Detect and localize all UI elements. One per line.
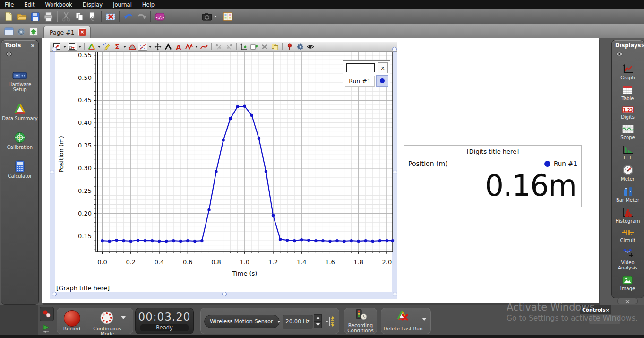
resize-handle-bottom-right[interactable] (393, 292, 397, 296)
graph-legend[interactable]: x Run #1 (343, 60, 390, 87)
displays-item-histogram[interactable]: Histogram (616, 208, 640, 224)
open-file-button[interactable] (15, 10, 28, 23)
resize-handle-mid-left[interactable] (50, 170, 54, 174)
delete-run-dropdown-arrow[interactable] (422, 318, 427, 321)
camera-dropdown-arrow[interactable] (214, 16, 217, 17)
run-display-icon[interactable] (184, 43, 194, 51)
add-axis-icon[interactable] (239, 43, 249, 51)
previous-data-icon[interactable] (214, 43, 223, 51)
highlighter-pen-icon[interactable] (102, 43, 112, 51)
displays-panel-close-icon[interactable]: × (641, 43, 644, 49)
annotation-icon[interactable]: A (174, 43, 183, 51)
resize-handle-bottom-center[interactable] (222, 292, 227, 296)
record-button[interactable] (64, 310, 80, 327)
displays-item-table[interactable]: Table (622, 85, 634, 101)
menu-workbook[interactable]: Workbook (45, 1, 72, 8)
highlight-dropdown-arrow[interactable] (98, 46, 101, 48)
delete-last-run-button[interactable] (396, 310, 410, 323)
prediction-tool-icon[interactable] (199, 43, 209, 51)
displays-item-fft[interactable]: FFT (622, 145, 634, 160)
camera-button[interactable] (200, 10, 214, 23)
tools-item-calibration[interactable]: Calibration (7, 131, 33, 150)
continuous-mode-button[interactable] (100, 311, 114, 325)
sensor-select-dropdown[interactable]: Wireless Motion Sensor (204, 315, 280, 328)
undo-button[interactable] (122, 10, 135, 23)
tools-panel-close-icon[interactable]: × (31, 43, 35, 49)
displays-item-bar-meter[interactable]: Bar Meter (616, 186, 639, 203)
resize-handle-mid-right[interactable] (393, 170, 397, 174)
legend-run-swatch[interactable] (376, 75, 388, 87)
add-page-icon[interactable] (27, 26, 40, 37)
rate-decrease-button[interactable] (314, 321, 322, 328)
graph-title[interactable]: [Graph title here] (56, 285, 110, 292)
redo-button[interactable] (135, 10, 148, 23)
menu-file[interactable]: File (5, 1, 14, 8)
controls-tab-close-icon[interactable]: × (606, 307, 610, 312)
cut-button[interactable] (60, 10, 73, 23)
common-rate-button[interactable] (325, 314, 336, 329)
scale-dropdown-arrow[interactable] (63, 46, 66, 48)
journal-snapshot-button[interactable]: </> (153, 10, 166, 23)
copy-display-icon[interactable] (270, 43, 280, 51)
tools-panel-eye-icon[interactable] (1, 49, 38, 59)
displays-item-scope[interactable]: Scope (620, 124, 635, 140)
page-options-gear-icon[interactable] (15, 26, 27, 37)
zoom-select-icon[interactable] (68, 43, 77, 51)
tools-item-hardware-setup[interactable]: Hardware Setup (1, 70, 38, 92)
rate-increase-button[interactable] (314, 314, 322, 321)
tab-close-icon[interactable]: × (78, 28, 86, 36)
pin-icon[interactable] (285, 43, 294, 51)
menu-edit[interactable]: Edit (24, 1, 34, 8)
legend-title-input[interactable] (346, 63, 375, 72)
print-button[interactable] (42, 10, 55, 23)
next-data-icon[interactable] (224, 43, 234, 51)
displays-item-video-analysis[interactable]: Video Analysis (612, 248, 644, 270)
sample-rate-field[interactable]: 20.00 Hz (283, 315, 313, 329)
curve-fit-icon[interactable] (128, 43, 137, 51)
delete-selection-button[interactable] (104, 10, 117, 23)
legend-run-label[interactable]: Run #1 (345, 76, 375, 87)
run-display-dropdown-arrow[interactable] (195, 46, 198, 48)
mode-dropdown-arrow[interactable] (121, 316, 126, 319)
playback-mode-button[interactable] (41, 323, 52, 334)
save-button[interactable] (28, 10, 42, 23)
slope-tool-icon[interactable] (138, 43, 147, 51)
tab-page-1[interactable]: Page #1 × (43, 26, 91, 38)
data-highlight-icon[interactable] (87, 43, 96, 51)
displays-item-image[interactable]: Image (620, 275, 635, 291)
slope-dropdown-arrow[interactable] (149, 46, 152, 48)
paste-button[interactable] (86, 10, 99, 23)
digits-title[interactable]: [Digits title here] (404, 148, 581, 155)
menu-help[interactable]: Help (142, 1, 155, 8)
resize-handle-bottom-left[interactable] (52, 292, 57, 296)
coordinates-tool-icon[interactable] (163, 43, 173, 51)
displays-item-digits[interactable]: 1.23 Digits (621, 106, 635, 120)
displays-item-circuit[interactable]: Circuit (620, 228, 635, 243)
statistics-sigma-icon[interactable]: Σ (112, 43, 122, 51)
add-plot-area-icon[interactable] (249, 43, 259, 51)
legend-close-button[interactable]: x (378, 62, 388, 73)
tools-item-calculator[interactable]: Calculator (8, 160, 32, 179)
workbook-button[interactable] (221, 10, 234, 23)
resize-handle-top-right[interactable] (392, 47, 397, 52)
displays-panel-eye-icon[interactable] (612, 49, 644, 59)
resize-handle-top-left[interactable] (52, 47, 57, 52)
properties-gear-icon[interactable] (295, 43, 305, 51)
menu-display[interactable]: Display (83, 1, 103, 8)
tools-item-data-summary[interactable]: Data Summary (2, 103, 37, 121)
menu-journal[interactable]: Journal (113, 1, 132, 8)
move-tool-icon[interactable] (153, 43, 163, 51)
remove-tool-icon[interactable] (260, 43, 269, 51)
digits-measurement-label[interactable]: Position (m) (408, 160, 448, 167)
digits-display[interactable]: [Digits title here] Position (m) Run #1 … (404, 145, 582, 207)
displays-item-graph[interactable]: Graph (620, 64, 635, 80)
visibility-eye-icon[interactable] (306, 43, 315, 51)
record-mode-button[interactable] (40, 307, 54, 321)
new-file-button[interactable] (2, 10, 15, 23)
displays-item-meter[interactable]: Meter (621, 165, 635, 182)
sample-rate-spinner[interactable] (314, 314, 322, 328)
displays-scroll-down-button[interactable] (617, 298, 638, 304)
zoom-dropdown-arrow[interactable] (78, 46, 81, 48)
copy-button[interactable] (73, 10, 86, 23)
digits-run-badge[interactable]: Run #1 (544, 160, 577, 167)
